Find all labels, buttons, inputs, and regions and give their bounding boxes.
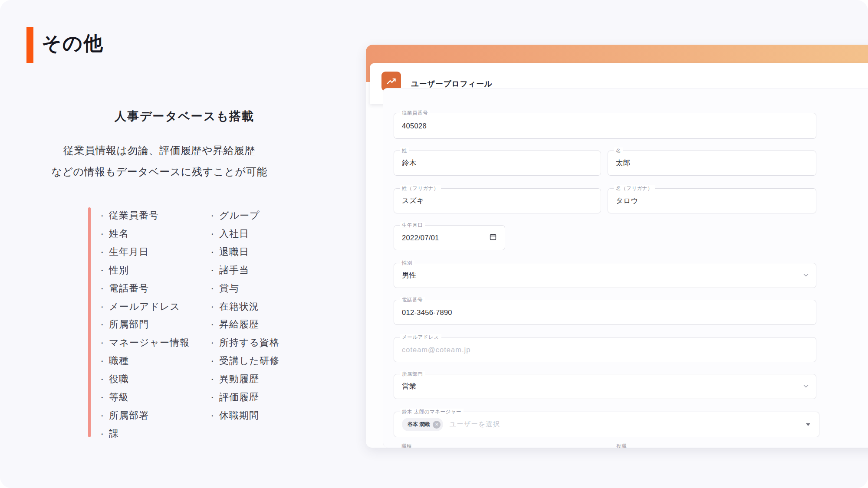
bullet: ・ [208,412,217,420]
field-label: 職種 [401,443,412,448]
field-label: 生年月日 [400,222,425,229]
bullet: ・ [98,248,106,257]
manager-placeholder: ユーザーを選択 [449,420,500,429]
list-item-label: 受講した研修 [219,355,279,366]
field-first-name[interactable]: 名 太郎 [608,151,816,176]
bullet: ・ [208,375,217,384]
list-item-label: 従業員番号 [109,210,159,221]
field-phone-number[interactable]: 電話番号 012-3456-7890 [394,300,816,325]
field-value: スズキ [402,196,424,206]
field-value: 405028 [402,122,427,130]
list-item-label: 役職 [109,373,129,384]
list-item: ・グループ [208,207,321,225]
field-first-name-kana[interactable]: 名（フリガナ） タロウ [608,188,816,213]
list-item: ・所持する資格 [208,334,321,352]
page-title: その他 [42,30,104,56]
list-item: ・職種 [98,352,207,370]
bullet: ・ [208,303,217,311]
field-last-name-kana[interactable]: 姓（フリガナ） スズキ [394,188,601,213]
field-email[interactable]: メールアドレス coteam@coteam.jp [394,337,816,362]
chevron-down-icon [803,272,809,279]
calendar-icon[interactable] [489,233,497,242]
field-label: 名 [614,147,623,154]
section-description: 従業員情報は勿論、評価履歴や昇給履歴 などの情報もデータベースに残すことが可能 [49,140,270,182]
bullet: ・ [208,212,217,220]
field-label: 電話番号 [400,297,425,303]
bullet: ・ [98,339,106,347]
close-icon[interactable]: ✕ [433,421,441,429]
list-item-label: 生年月日 [109,246,149,257]
field-label: 鈴木 太郎のマネージャー [400,409,464,415]
field-employee-number[interactable]: 従業員番号 405028 [394,113,816,139]
section-subtitle: 人事データベースも搭載 [104,108,265,124]
list-accent-bar [88,207,91,437]
list-item: ・課 [98,425,207,443]
list-item: ・メールアドレス [98,298,207,316]
list-item-label: 等級 [109,392,129,403]
bullet: ・ [98,393,106,402]
list-item: ・諸手当 [208,262,321,280]
list-item: ・異動履歴 [208,370,321,389]
field-value: coteam@coteam.jp [402,346,470,354]
slide: その他 人事データベースも搭載 従業員情報は勿論、評価履歴や昇給履歴 などの情報… [0,0,868,488]
list-item: ・電話番号 [98,280,207,298]
field-value: 太郎 [616,158,631,168]
bullet: ・ [98,303,106,311]
bullet: ・ [98,212,106,220]
bullet: ・ [208,339,217,347]
list-item-label: 評価履歴 [219,392,259,403]
field-label: 姓 [400,147,409,154]
list-item: ・受講した研修 [208,352,321,370]
list-item: ・役職 [98,370,207,389]
bullet: ・ [208,393,217,402]
bullet: ・ [208,285,217,293]
list-item-label: 賞与 [219,283,239,294]
field-list-left-column: ・従業員番号・姓名・生年月日・性別・電話番号・メールアドレス・所属部門・マネージ… [98,207,207,443]
list-item: ・マネージャー情報 [98,334,207,352]
bullet: ・ [98,230,106,239]
bullet: ・ [98,430,106,439]
field-label: 名（フリガナ） [614,185,655,192]
list-item: ・所属部署 [98,407,207,425]
list-item: ・在籍状況 [208,298,321,316]
list-item-label: グループ [219,210,260,221]
list-item: ・賞与 [208,280,321,298]
caret-down-icon [806,423,810,426]
list-item: ・休職期間 [208,407,321,425]
field-gender-select[interactable]: 性別 男性 [394,263,816,288]
list-item: ・性別 [98,262,207,280]
field-label: 所属部門 [400,371,425,377]
field-label: メールアドレス [400,334,441,341]
manager-chip: 谷本 潤哉 ✕ [402,418,443,431]
field-last-name[interactable]: 姓 鈴木 [394,151,601,176]
list-item-label: 職種 [109,355,129,366]
list-item-label: メールアドレス [109,301,180,312]
field-label: 姓（フリガナ） [400,185,441,192]
field-list-right-column: ・グループ・入社日・退職日・諸手当・賞与・在籍状況・昇給履歴・所持する資格・受講… [208,207,321,425]
list-item-label: 休職期間 [219,410,259,421]
description-line-1: 従業員情報は勿論、評価履歴や昇給履歴 [49,140,270,161]
list-item: ・評価履歴 [208,389,321,407]
field-birth-date[interactable]: 生年月日 2022/07/01 [394,225,505,250]
clipped-next-row: 職種 役職 [394,443,697,448]
list-item: ・生年月日 [98,243,207,262]
list-item-label: 退職日 [219,246,249,257]
bullet: ・ [208,266,217,275]
bullet: ・ [98,357,106,366]
title-accent-bar [26,27,33,63]
field-manager-select[interactable]: 鈴木 太郎のマネージャー 谷本 潤哉 ✕ ユーザーを選択 [394,412,819,437]
bullet: ・ [98,412,106,420]
list-item-label: 所属部門 [109,319,149,330]
bullet: ・ [208,357,217,366]
list-item-label: 電話番号 [109,283,149,294]
field-department-select[interactable]: 所属部門 営業 [394,374,816,399]
field-label: 性別 [400,260,414,266]
bullet: ・ [98,375,106,384]
field-value: 012-3456-7890 [402,308,452,317]
list-item-label: マネージャー情報 [109,337,190,348]
list-item-label: 在籍状況 [219,301,259,312]
list-item: ・退職日 [208,243,321,262]
field-value: 営業 [402,382,417,391]
field-label: 従業員番号 [400,110,430,116]
list-item-label: 異動履歴 [219,373,259,384]
